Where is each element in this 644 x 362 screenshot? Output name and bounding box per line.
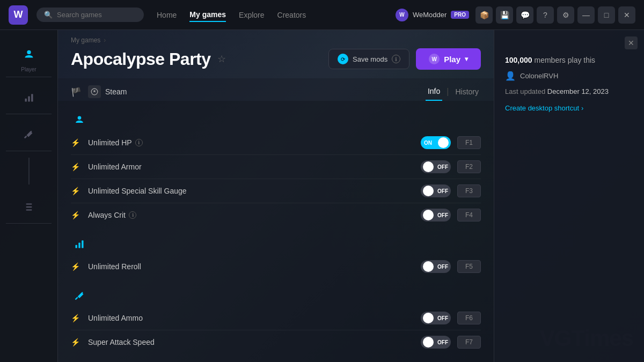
section-misc: ⚡ Game Speed 100 CTRL + xyxy=(71,356,481,362)
nav-creators[interactable]: Creators xyxy=(277,9,306,21)
mod-name-reroll: Unlimited Reroll xyxy=(88,262,414,271)
wemodder-logo: W xyxy=(396,9,408,21)
toggle-crit-label: OFF xyxy=(437,212,448,218)
section-player: ⚡ Unlimited HP ℹ ON F1 ⚡ Unlimited Armor xyxy=(71,105,481,227)
hotkey-armor[interactable]: F2 xyxy=(457,160,481,173)
nav-home[interactable]: Home xyxy=(157,9,177,21)
toggle-armor-knob xyxy=(423,161,434,172)
toggle-reroll-knob xyxy=(423,261,434,272)
mod-name-speed: Super Attack Speed xyxy=(88,338,414,346)
toggle-speed[interactable]: OFF xyxy=(421,336,451,349)
section-stats: ⚡ Unlimited Reroll OFF F5 xyxy=(71,229,481,278)
toggle-hp[interactable]: ON xyxy=(421,136,451,149)
game-title: Apocalypse Party xyxy=(71,49,211,69)
tab-info[interactable]: Info xyxy=(426,83,442,101)
svg-rect-3 xyxy=(31,94,33,101)
members-label-text: members play this xyxy=(535,56,596,64)
toggle-hp-label: ON xyxy=(424,140,432,146)
toggle-crit[interactable]: OFF xyxy=(421,209,451,221)
logo: W xyxy=(9,5,28,25)
download-button[interactable]: 💾 xyxy=(496,6,513,24)
svg-rect-2 xyxy=(28,97,30,102)
mod-row-skill-gauge: ⚡ Unlimited Special Skill Gauge OFF F3 xyxy=(71,179,481,203)
sidebar: Player xyxy=(0,30,58,362)
hotkey-ammo[interactable]: F6 xyxy=(457,312,481,324)
sidebar-divider xyxy=(28,158,30,184)
mod-name-armor: Unlimited Armor xyxy=(88,162,414,171)
game-title-row: Apocalypse Party ☆ ⟳ Save mods ℹ W Play … xyxy=(71,48,481,70)
author-row: 👤 ColonelRVH xyxy=(505,71,633,81)
save-mods-button[interactable]: ⟳ Save mods ℹ xyxy=(328,49,409,69)
sidebar-icon-misc[interactable] xyxy=(17,195,41,219)
toggle-hp-knob xyxy=(438,137,449,148)
svg-rect-6 xyxy=(76,245,77,248)
updated-date: December 12, 2023 xyxy=(547,87,609,95)
toggle-armor[interactable]: OFF xyxy=(421,160,451,173)
toggle-skill[interactable]: OFF xyxy=(421,184,451,197)
hotkey-speed[interactable]: F7 xyxy=(457,336,481,349)
pro-badge: PRO xyxy=(451,11,469,19)
hotkey-reroll[interactable]: F5 xyxy=(457,260,481,273)
settings-button[interactable]: ⚙ xyxy=(557,6,574,24)
bolt-icon-crit: ⚡ xyxy=(71,211,82,219)
tab-divider: | xyxy=(447,87,449,97)
svg-rect-7 xyxy=(78,243,80,248)
nav-explore[interactable]: Explore xyxy=(239,9,264,21)
minimize-button[interactable]: — xyxy=(577,6,595,24)
breadcrumb-parent[interactable]: My games xyxy=(71,36,100,44)
create-shortcut-link[interactable]: Create desktop shortcut › xyxy=(505,104,633,112)
hotkey-crit[interactable]: F4 xyxy=(457,209,481,221)
content-panel: My games › Apocalypse Party ☆ ⟳ Save mod… xyxy=(58,30,494,362)
members-count: 100,000 xyxy=(505,56,532,64)
sidebar-icon-player[interactable] xyxy=(17,43,41,67)
inventory-button[interactable]: 📦 xyxy=(475,6,493,24)
save-mods-info-icon[interactable]: ℹ xyxy=(392,55,400,63)
toggle-ammo-label: OFF xyxy=(437,315,448,321)
hotkey-skill[interactable]: F3 xyxy=(457,184,481,197)
toggle-ammo[interactable]: OFF xyxy=(421,312,451,324)
search-icon: 🔍 xyxy=(44,11,53,19)
author-name: ColonelRVH xyxy=(520,72,558,80)
platform-tabs: Info | History xyxy=(426,83,481,101)
section-header-player xyxy=(71,105,481,131)
search-input[interactable] xyxy=(57,11,136,19)
toggle-reroll-label: OFF xyxy=(437,264,448,270)
favorite-button[interactable]: ☆ xyxy=(217,53,226,65)
sidebar-misc-section xyxy=(6,191,52,224)
mod-row-unlimited-armor: ⚡ Unlimited Armor OFF F2 xyxy=(71,155,481,179)
sidebar-stats-section xyxy=(6,82,52,114)
shortcut-arrow: › xyxy=(581,104,583,112)
tab-history[interactable]: History xyxy=(453,83,481,100)
search-box[interactable]: 🔍 xyxy=(36,8,144,22)
toggle-skill-knob xyxy=(423,186,434,196)
hp-info-icon[interactable]: ℹ xyxy=(135,139,143,146)
flag-icon[interactable]: 🏴 xyxy=(71,87,82,97)
toggle-speed-label: OFF xyxy=(437,339,448,345)
svg-rect-8 xyxy=(82,240,83,248)
discord-button[interactable]: 💬 xyxy=(516,6,533,24)
mod-row-attack-speed: ⚡ Super Attack Speed OFF F7 xyxy=(71,330,481,354)
last-updated-label: Last updated xyxy=(505,87,545,95)
mod-row-unlimited-ammo: ⚡ Unlimited Ammo OFF F6 xyxy=(71,306,481,330)
toggle-reroll[interactable]: OFF xyxy=(421,260,451,273)
section-icon-weapon xyxy=(71,287,88,304)
shortcut-label: Create desktop shortcut xyxy=(505,104,579,112)
help-button[interactable]: ? xyxy=(537,6,554,24)
maximize-button[interactable]: □ xyxy=(598,6,615,24)
sidebar-icon-weapon[interactable] xyxy=(17,123,41,146)
hotkey-hp[interactable]: F1 xyxy=(457,136,481,149)
crit-info-icon[interactable]: ℹ xyxy=(129,211,136,219)
platform-label: Steam xyxy=(105,87,127,96)
sidebar-player-section: Player xyxy=(6,39,52,77)
bolt-icon-hp: ⚡ xyxy=(71,138,82,147)
sidebar-icon-stats[interactable] xyxy=(17,86,41,109)
platform-item-steam: Steam xyxy=(88,85,127,98)
info-panel: ✕ 100,000 members play this 👤 ColonelRVH… xyxy=(494,30,644,362)
info-close-button[interactable]: ✕ xyxy=(625,36,638,49)
close-button[interactable]: ✕ xyxy=(618,6,635,24)
mod-row-unlimited-hp: ⚡ Unlimited HP ℹ ON F1 xyxy=(71,131,481,155)
breadcrumb-arrow: › xyxy=(104,36,106,44)
nav-my-games[interactable]: My games xyxy=(189,8,226,22)
play-button[interactable]: W Play ▾ xyxy=(416,48,481,70)
section-header-misc xyxy=(71,356,481,362)
